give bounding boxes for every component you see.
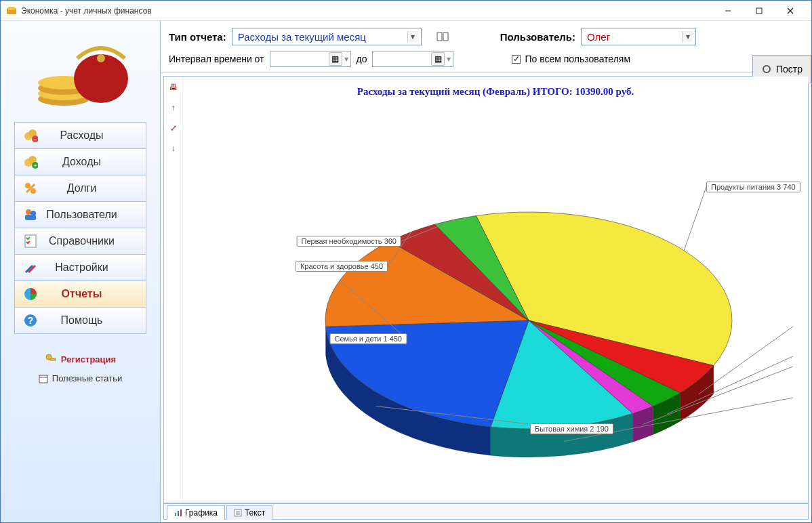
callout-5: Бытовая химия 2 190 [530,423,613,434]
sidebar-item-5[interactable]: Настройки [14,254,146,281]
sidebar-item-3[interactable]: Пользователи [14,201,146,228]
articles-link[interactable]: Полезные статьи [39,373,122,383]
svg-point-21 [31,188,36,194]
callout-6: Семья и дети 1 450 [329,333,407,344]
chart-area: Расходы за текущий месяц (Февраль) ИТОГО… [183,77,808,503]
articles-label: Полезные статьи [52,373,122,383]
maximize-button[interactable] [744,1,775,21]
calendar-icon[interactable]: ▦ [329,52,342,66]
titlebar: Экономка - учет личных финансов [1,1,811,21]
svg-rect-48 [180,509,182,516]
user-value: Олег [584,31,682,43]
book-icon[interactable] [437,32,449,41]
nav-label: Настройки [46,262,137,274]
all-users-checkbox[interactable]: ✓ По всем пользователям [512,54,630,64]
svg-point-36 [763,66,770,72]
svg-point-20 [25,183,31,188]
chevron-down-icon: ▾ [407,31,418,42]
user-label: Пользователь: [500,31,575,43]
coins-minus-icon: − [23,128,38,143]
gear-icon [761,64,772,75]
nav-label: Долги [46,182,137,194]
registration-link[interactable]: Регистрация [45,353,116,365]
close-button[interactable] [775,1,806,21]
checklist-icon [23,234,38,249]
app-logo [1,21,160,123]
callout-7: Красота и здоровье 450 [296,261,388,272]
tab-text-label: Текст [245,508,265,518]
sidebar-item-2[interactable]: Долги [14,175,146,202]
user-combo[interactable]: Олег ▾ [581,28,696,45]
sidebar-item-0[interactable]: −Расходы [14,122,146,149]
window-title: Экономка - учет личных финансов [21,6,712,16]
text-icon [234,509,242,517]
svg-rect-26 [25,235,36,247]
reset-zoom-icon[interactable]: ⤢ [168,123,179,133]
report-toolbar: Тип отчета: Расходы за текущий месяц ▾ П… [161,21,811,73]
tab-graphic-label: Графика [185,508,218,518]
svg-rect-33 [50,358,56,360]
sidebar-item-6[interactable]: Отчеты [14,280,146,308]
report-tabs: Графика Текст [163,503,809,520]
content-area: Тип отчета: Расходы за текущий месяц ▾ П… [161,21,811,522]
svg-rect-46 [175,513,176,516]
tools-icon [23,260,38,275]
help-icon: ? [23,313,38,328]
sidebar-item-1[interactable]: +Доходы [14,148,146,175]
sidebar: −Расходы+ДоходыДолгиПользователиСправочн… [1,21,161,522]
report-type-label: Тип отчета: [169,31,226,43]
arrow-up-icon[interactable]: ↑ [168,102,179,113]
registration-label: Регистрация [61,354,116,364]
nav-label: Доходы [46,156,137,168]
interval-label: Интервал времени от [169,54,264,64]
sidebar-item-4[interactable]: Справочники [14,228,146,255]
svg-text:−: − [34,136,37,142]
tab-graphic[interactable]: Графика [167,505,225,520]
nav-label: Отчеты [46,288,137,300]
chevron-down-icon: ▾ [682,31,693,42]
svg-rect-1 [8,7,15,10]
key-icon [45,353,57,365]
checkbox-box: ✓ [512,55,521,64]
nav-label: Помощь [46,314,137,327]
build-button-label: Постр [776,64,803,75]
tab-text[interactable]: Текст [226,505,272,520]
svg-text:+: + [34,163,37,169]
date-to-field[interactable]: ▦ ▾ [372,51,453,67]
callout-8: Первая необходимость 360 [297,236,401,247]
app-window: Экономка - учет личных финансов −Расх [0,0,812,523]
svg-rect-3 [756,8,762,14]
svg-line-37 [684,187,706,251]
svg-text:?: ? [28,315,34,326]
report-type-value: Расходы за текущий месяц [235,31,407,43]
percent-icon [23,181,38,196]
report-type-combo[interactable]: Расходы за текущий месяц ▾ [232,28,422,45]
nav-label: Пользователи [46,209,137,221]
nav-label: Справочники [46,235,137,247]
callout-0: Продукты питания 3 740 [706,182,800,192]
svg-point-23 [26,209,31,215]
coins-plus-icon: + [23,154,38,169]
app-icon [6,5,17,16]
nav-label: Расходы [46,129,137,142]
svg-rect-47 [178,511,179,516]
all-users-label: По всем пользователям [525,54,630,64]
users-icon [23,207,38,222]
svg-rect-25 [25,215,36,220]
sidebar-item-7[interactable]: ?Помощь [14,307,146,334]
svg-rect-34 [39,375,47,383]
pie-icon [23,287,38,301]
window-controls [712,1,806,21]
chart-title: Расходы за текущий месяц (Февраль) ИТОГО… [183,77,808,98]
report-canvas: 🖶 ↑ ⤢ ↓ Расходы за текущий месяц (Феврал… [163,76,809,503]
svg-point-11 [97,54,105,62]
minimize-button[interactable] [712,1,744,21]
arrow-down-icon[interactable]: ↓ [168,143,179,154]
date-from-field[interactable]: ▦ ▾ [270,51,351,67]
calendar-icon[interactable]: ▦ [431,52,445,66]
print-icon[interactable]: 🖶 [168,82,179,93]
chart-icon [174,509,182,517]
interval-to-label: до [357,54,367,64]
chart-tools: 🖶 ↑ ⤢ ↓ [164,77,183,503]
calendar-icon [39,374,48,383]
